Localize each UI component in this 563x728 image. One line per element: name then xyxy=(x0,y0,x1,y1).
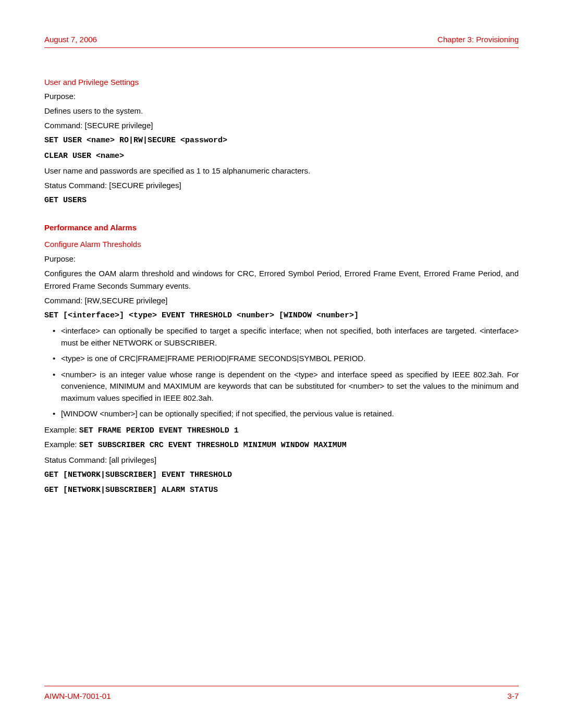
footer-pagenum: 3-7 xyxy=(507,690,519,702)
example-2: Example: SET SUBSCRIBER CRC EVENT THRESH… xyxy=(44,439,519,452)
page-footer: AIWN-UM-7001-01 3-7 xyxy=(44,686,519,702)
purpose-text: Defines users to the system. xyxy=(44,105,519,117)
list-item: <number> is an integer value whose range… xyxy=(61,369,519,404)
list-item: <interface> can optionally be specified … xyxy=(61,325,519,349)
status-command-label-2: Status Command: [all privileges] xyxy=(44,454,519,466)
example-command-2: SET SUBSCRIBER CRC EVENT THRESHOLD MINIM… xyxy=(79,441,347,450)
command-get-event-threshold: GET [NETWORK|SUBSCRIBER] EVENT THRESHOLD xyxy=(44,468,519,482)
section-performance-alarms: Performance and Alarms Configure Alarm T… xyxy=(44,222,519,497)
command-get-users: GET USERS xyxy=(44,194,519,207)
example-1: Example: SET FRAME PERIOD EVENT THRESHOL… xyxy=(44,424,519,437)
command-label: Command: [SECURE privilege] xyxy=(44,119,519,132)
example-label: Example: xyxy=(44,440,79,449)
header-date: August 7, 2006 xyxy=(44,34,97,46)
subsection-title-alarm-thresholds: Configure Alarm Thresholds xyxy=(44,239,519,251)
purpose-label-2: Purpose: xyxy=(44,253,519,265)
command-get-alarm-status: GET [NETWORK|SUBSCRIBER] ALARM STATUS xyxy=(44,484,519,497)
example-command-1: SET FRAME PERIOD EVENT THRESHOLD 1 xyxy=(79,426,239,435)
section-title-performance-alarms: Performance and Alarms xyxy=(44,222,519,234)
header-chapter: Chapter 3: Provisioning xyxy=(437,34,519,46)
example-label: Example: xyxy=(44,425,79,434)
command-label-2: Command: [RW,SECURE privilege] xyxy=(44,294,519,307)
user-note: User name and passwords are specified as… xyxy=(44,165,519,177)
footer-docid: AIWN-UM-7001-01 xyxy=(44,690,111,702)
list-item: [WINDOW <number>] can be optionally spec… xyxy=(61,408,519,420)
command-set-event-threshold: SET [<interface>] <type> EVENT THRESHOLD… xyxy=(44,309,519,323)
page-header: August 7, 2006 Chapter 3: Provisioning xyxy=(44,34,519,48)
purpose-label: Purpose: xyxy=(44,90,519,103)
status-command-label: Status Command: [SECURE privileges] xyxy=(44,179,519,192)
bullet-list: <interface> can optionally be specified … xyxy=(44,325,519,420)
list-item: <type> is one of CRC|FRAME|FRAME PERIOD|… xyxy=(61,353,519,365)
purpose-text-2: Configures the OAM alarm threshold and w… xyxy=(44,267,519,292)
section-title-user-privilege: User and Privilege Settings xyxy=(44,77,519,89)
command-clear-user: CLEAR USER <name> xyxy=(44,150,519,163)
section-user-privilege: User and Privilege Settings Purpose: Def… xyxy=(44,77,519,207)
command-set-user: SET USER <name> RO|RW|SECURE <password> xyxy=(44,134,519,147)
